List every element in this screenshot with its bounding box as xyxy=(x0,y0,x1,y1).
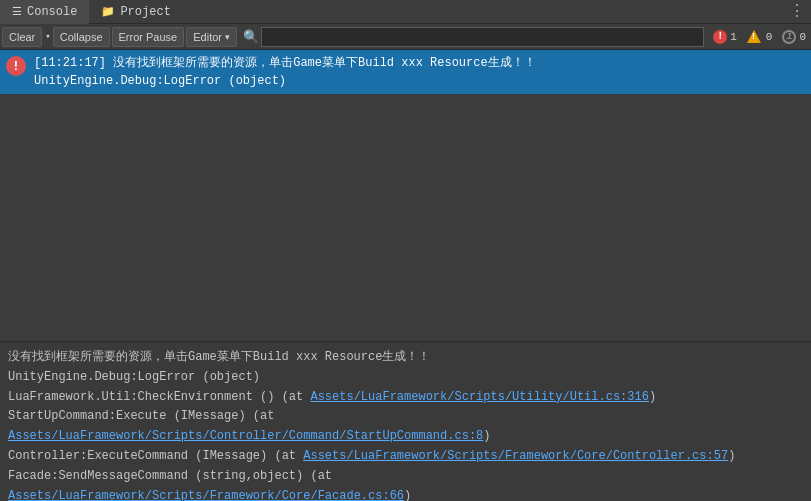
detail-line-2-suffix: ) xyxy=(649,390,656,404)
search-input[interactable] xyxy=(261,27,704,47)
clear-button[interactable]: Clear xyxy=(2,27,42,47)
tab-bar-right: ⋮ xyxy=(789,4,811,20)
tab-console[interactable]: ☰ Console xyxy=(0,0,89,24)
detail-line-0: 没有找到框架所需要的资源，单击Game菜单下Build xxx Resource… xyxy=(8,348,803,368)
editor-button[interactable]: Editor ▾ xyxy=(186,27,237,47)
project-icon: 📁 xyxy=(101,5,115,18)
console-icon: ☰ xyxy=(12,5,22,18)
detail-line-6-text: Facade:SendMessageCommand (string,object… xyxy=(8,469,332,483)
detail-line-3-text: StartUpCommand:Execute (IMessage) (at xyxy=(8,409,274,423)
log-area[interactable]: ! [11:21:17] 没有找到框架所需要的资源，单击Game菜单下Build… xyxy=(0,50,811,341)
info-badge-count: 0 xyxy=(799,31,806,43)
log-entry-selected[interactable]: ! [11:21:17] 没有找到框架所需要的资源，单击Game菜单下Build… xyxy=(0,50,811,94)
badge-group: ! 1 0 i 0 xyxy=(710,30,809,44)
toolbar: Clear ▾ Collapse Error Pause Editor ▾ 🔍 … xyxy=(0,24,811,50)
editor-label: Editor xyxy=(193,31,222,43)
detail-line-5-link[interactable]: Assets/LuaFramework/Scripts/Framework/Co… xyxy=(303,449,728,463)
error-badge-count: 1 xyxy=(730,31,737,43)
detail-line-5-suffix: ) xyxy=(728,449,735,463)
kebab-menu-icon[interactable]: ⋮ xyxy=(789,3,805,21)
detail-line-1: UnityEngine.Debug:LogError (object) xyxy=(8,368,803,388)
tab-bar: ☰ Console 📁 Project ⋮ xyxy=(0,0,811,24)
search-icon: 🔍 xyxy=(243,29,259,45)
detail-line-2-prefix: LuaFramework.Util:CheckEnvironment () (a… xyxy=(8,390,310,404)
error-badge[interactable]: ! 1 xyxy=(710,30,740,44)
tab-project[interactable]: 📁 Project xyxy=(89,0,182,24)
detail-line-3: StartUpCommand:Execute (IMessage) (at xyxy=(8,407,803,427)
collapse-button[interactable]: Collapse xyxy=(53,27,110,47)
info-badge-icon: i xyxy=(782,30,796,44)
detail-line-7-link[interactable]: Assets/LuaFramework/Scripts/Framework/Co… xyxy=(8,489,404,501)
detail-line-2-link[interactable]: Assets/LuaFramework/Scripts/Utility/Util… xyxy=(310,390,648,404)
detail-line-5: Controller:ExecuteCommand (IMessage) (at… xyxy=(8,447,803,467)
detail-line-7: Assets/LuaFramework/Scripts/Framework/Co… xyxy=(8,487,803,501)
log-entry-stack: UnityEngine.Debug:LogError (object) xyxy=(34,74,286,88)
log-entry-message: 没有找到框架所需要的资源，单击Game菜单下Build xxx Resource… xyxy=(106,56,536,70)
log-entry-text: [11:21:17] 没有找到框架所需要的资源，单击Game菜单下Build x… xyxy=(34,54,536,90)
detail-panel: 没有找到框架所需要的资源，单击Game菜单下Build xxx Resource… xyxy=(0,341,811,501)
detail-line-7-suffix: ) xyxy=(404,489,411,501)
error-badge-icon: ! xyxy=(713,30,727,44)
detail-line-4-link[interactable]: Assets/LuaFramework/Scripts/Controller/C… xyxy=(8,429,483,443)
warn-badge[interactable]: 0 xyxy=(744,30,776,43)
error-pause-button[interactable]: Error Pause xyxy=(112,27,185,47)
info-badge[interactable]: i 0 xyxy=(779,30,809,44)
warn-badge-count: 0 xyxy=(766,31,773,43)
tab-project-label: Project xyxy=(120,5,170,19)
detail-line-4: Assets/LuaFramework/Scripts/Controller/C… xyxy=(8,427,803,447)
editor-dropdown-icon: ▾ xyxy=(225,32,230,42)
tab-console-label: Console xyxy=(27,5,77,19)
error-entry-icon: ! xyxy=(6,56,26,76)
clear-dropdown-icon[interactable]: ▾ xyxy=(45,31,50,42)
detail-line-4-suffix: ) xyxy=(483,429,490,443)
detail-line-6: Facade:SendMessageCommand (string,object… xyxy=(8,467,803,487)
log-entry-time: [11:21:17] xyxy=(34,56,106,70)
detail-line-2: LuaFramework.Util:CheckEnvironment () (a… xyxy=(8,388,803,408)
tab-bar-left: ☰ Console 📁 Project xyxy=(0,0,183,24)
warn-badge-icon xyxy=(747,30,761,43)
detail-line-5-prefix: Controller:ExecuteCommand (IMessage) (at xyxy=(8,449,303,463)
